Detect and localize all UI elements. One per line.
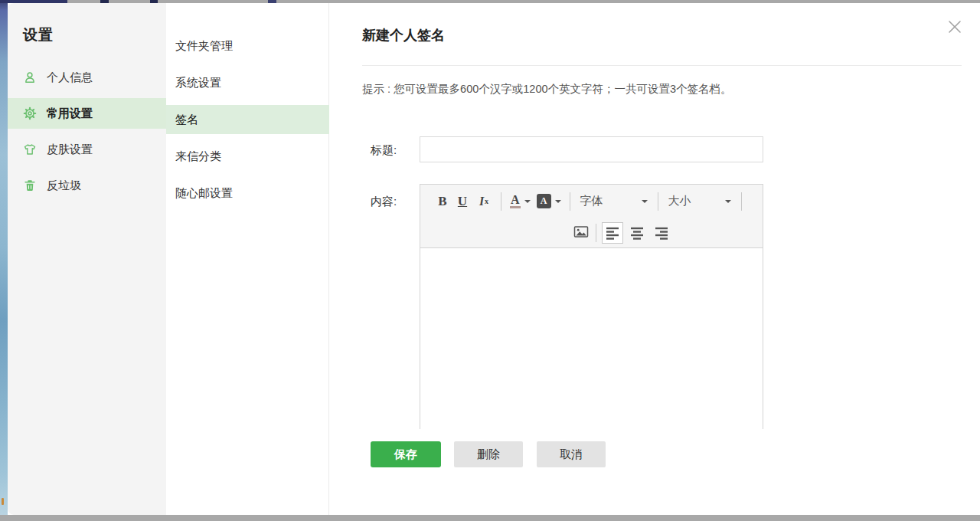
window-top-edge (0, 0, 980, 3)
font-family-label: 字体 (580, 194, 603, 208)
sidebar-item-label: 常用设置 (47, 106, 93, 121)
window-top-edge-mark (268, 0, 276, 3)
window-top-edge-mark (100, 0, 109, 3)
subnav-item-suixin-mail[interactable]: 随心邮设置 (166, 179, 329, 208)
bold-button[interactable]: B (433, 194, 452, 209)
sidebar-nav: 个人信息 常用设置 (8, 62, 166, 206)
gear-icon (23, 106, 37, 120)
window-top-edge-accent (0, 0, 67, 3)
chevron-down-icon (642, 200, 648, 203)
settings-sidebar: 设置 个人信息 (8, 3, 166, 515)
highlight-color-letter: A (537, 194, 551, 208)
signature-title-input[interactable] (420, 136, 763, 162)
clear-format-label: I (479, 195, 484, 208)
title-field-label: 标题: (371, 143, 397, 158)
chevron-down-icon (725, 200, 731, 203)
trash-icon (23, 179, 37, 192)
settings-dialog: 设置 个人信息 (8, 3, 980, 515)
signature-editor: B U Ix A A 字体 (420, 184, 763, 429)
background-skin-detail (2, 498, 4, 505)
toolbar-divider (596, 224, 596, 242)
sidebar-item-common-settings[interactable]: 常用设置 (8, 98, 166, 129)
tshirt-icon (23, 143, 37, 156)
tip-text: 提示 : 您可设置最多600个汉字或1200个英文字符；一共可设置3个签名档。 (362, 82, 732, 97)
settings-subnav: 文件夹管理 系统设置 签名 来信分类 随心邮设置 (166, 3, 329, 515)
window-bottom-edge (0, 515, 980, 521)
close-icon[interactable] (946, 18, 963, 35)
toolbar-row-1: B U Ix A A 字体 (420, 185, 763, 218)
delete-button[interactable]: 删除 (454, 441, 523, 467)
settings-title: 设置 (23, 25, 54, 45)
page-title: 新建个人签名 (362, 26, 445, 44)
window-top-edge-mark (150, 0, 158, 3)
sidebar-item-label: 个人信息 (47, 70, 93, 85)
align-right-button[interactable] (651, 222, 672, 244)
chevron-down-icon (555, 200, 561, 203)
font-color-button[interactable]: A (510, 194, 531, 208)
signature-content-area[interactable] (420, 248, 763, 429)
save-button[interactable]: 保存 (371, 441, 441, 467)
subnav-list: 文件夹管理 系统设置 签名 来信分类 随心邮设置 (166, 31, 329, 215)
align-left-button[interactable] (602, 222, 623, 244)
underline-button[interactable]: U (452, 194, 472, 209)
subnav-item-signature[interactable]: 签名 (166, 105, 329, 134)
chevron-down-icon (524, 200, 531, 203)
sidebar-item-antispam[interactable]: 反垃圾 (8, 170, 166, 201)
sidebar-item-label: 反垃圾 (47, 179, 81, 193)
sidebar-item-personal-info[interactable]: 个人信息 (8, 62, 166, 93)
font-color-letter: A (510, 194, 521, 208)
subnav-item-system-settings[interactable]: 系统设置 (166, 68, 329, 97)
insert-image-button[interactable] (572, 224, 590, 242)
header-divider (362, 65, 962, 66)
clear-format-button[interactable]: Ix (472, 195, 495, 208)
align-center-button[interactable] (626, 222, 648, 244)
toolbar-divider (501, 192, 501, 211)
action-buttons: 保存 删除 取消 (371, 441, 619, 467)
font-family-dropdown[interactable]: 字体 (576, 194, 652, 208)
background-skin-strip (0, 0, 8, 515)
toolbar-divider (570, 192, 570, 211)
toolbar-divider (741, 192, 742, 211)
editor-toolbar: B U Ix A A 字体 (420, 185, 763, 248)
cancel-button[interactable]: 取消 (537, 441, 606, 467)
sidebar-item-skin-settings[interactable]: 皮肤设置 (8, 134, 166, 165)
font-size-dropdown[interactable]: 大小 (664, 194, 736, 208)
user-icon (23, 70, 37, 84)
subnav-item-mail-classification[interactable]: 来信分类 (166, 142, 329, 171)
font-size-label: 大小 (668, 194, 691, 208)
signature-panel: 新建个人签名 提示 : 您可设置最多600个汉字或1200个英文字符；一共可设置… (329, 3, 980, 515)
content-field-label: 内容: (371, 195, 397, 209)
clear-format-sub: x (485, 197, 488, 205)
toolbar-divider (658, 192, 658, 211)
subnav-item-folder-management[interactable]: 文件夹管理 (166, 31, 329, 61)
toolbar-row-2 (420, 218, 763, 248)
highlight-color-button[interactable]: A (537, 194, 561, 208)
sidebar-item-label: 皮肤设置 (47, 143, 93, 157)
